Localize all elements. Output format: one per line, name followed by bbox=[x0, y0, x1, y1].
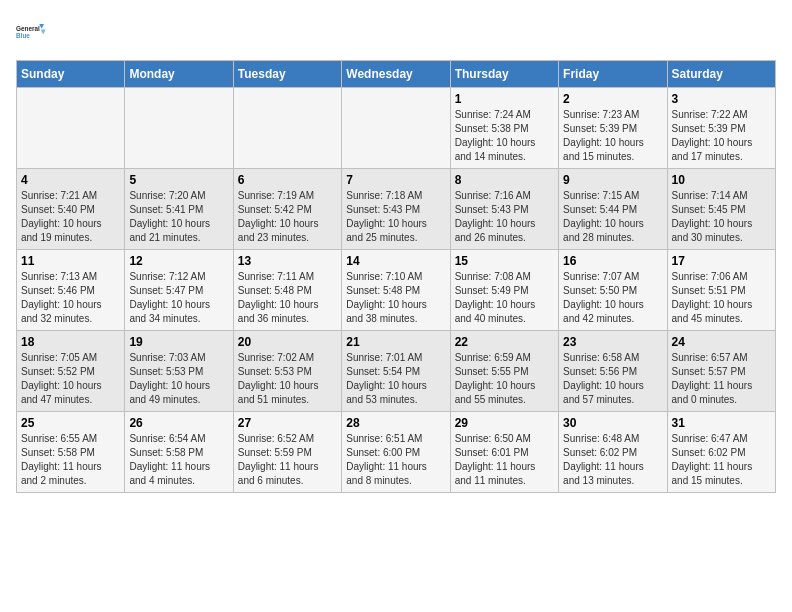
day-number: 31 bbox=[672, 416, 771, 430]
calendar-cell: 30Sunrise: 6:48 AM Sunset: 6:02 PM Dayli… bbox=[559, 412, 667, 493]
calendar-cell: 22Sunrise: 6:59 AM Sunset: 5:55 PM Dayli… bbox=[450, 331, 558, 412]
svg-marker-2 bbox=[39, 24, 44, 29]
day-info: Sunrise: 7:07 AM Sunset: 5:50 PM Dayligh… bbox=[563, 270, 662, 326]
calendar-cell: 8Sunrise: 7:16 AM Sunset: 5:43 PM Daylig… bbox=[450, 169, 558, 250]
day-info: Sunrise: 7:01 AM Sunset: 5:54 PM Dayligh… bbox=[346, 351, 445, 407]
day-info: Sunrise: 6:50 AM Sunset: 6:01 PM Dayligh… bbox=[455, 432, 554, 488]
calendar-cell: 7Sunrise: 7:18 AM Sunset: 5:43 PM Daylig… bbox=[342, 169, 450, 250]
day-info: Sunrise: 6:59 AM Sunset: 5:55 PM Dayligh… bbox=[455, 351, 554, 407]
day-number: 4 bbox=[21, 173, 120, 187]
calendar-header: SundayMondayTuesdayWednesdayThursdayFrid… bbox=[17, 61, 776, 88]
day-number: 11 bbox=[21, 254, 120, 268]
calendar-cell: 24Sunrise: 6:57 AM Sunset: 5:57 PM Dayli… bbox=[667, 331, 775, 412]
calendar-cell: 13Sunrise: 7:11 AM Sunset: 5:48 PM Dayli… bbox=[233, 250, 341, 331]
week-row-3: 11Sunrise: 7:13 AM Sunset: 5:46 PM Dayli… bbox=[17, 250, 776, 331]
day-number: 3 bbox=[672, 92, 771, 106]
calendar-cell: 21Sunrise: 7:01 AM Sunset: 5:54 PM Dayli… bbox=[342, 331, 450, 412]
day-number: 19 bbox=[129, 335, 228, 349]
calendar-cell: 26Sunrise: 6:54 AM Sunset: 5:58 PM Dayli… bbox=[125, 412, 233, 493]
svg-marker-3 bbox=[41, 30, 46, 35]
day-number: 20 bbox=[238, 335, 337, 349]
calendar-cell: 19Sunrise: 7:03 AM Sunset: 5:53 PM Dayli… bbox=[125, 331, 233, 412]
calendar-cell bbox=[233, 88, 341, 169]
day-number: 21 bbox=[346, 335, 445, 349]
header-day-saturday: Saturday bbox=[667, 61, 775, 88]
calendar-cell bbox=[17, 88, 125, 169]
day-info: Sunrise: 7:15 AM Sunset: 5:44 PM Dayligh… bbox=[563, 189, 662, 245]
calendar-cell: 2Sunrise: 7:23 AM Sunset: 5:39 PM Daylig… bbox=[559, 88, 667, 169]
day-number: 9 bbox=[563, 173, 662, 187]
day-number: 27 bbox=[238, 416, 337, 430]
header-day-friday: Friday bbox=[559, 61, 667, 88]
header-day-wednesday: Wednesday bbox=[342, 61, 450, 88]
day-info: Sunrise: 7:13 AM Sunset: 5:46 PM Dayligh… bbox=[21, 270, 120, 326]
day-number: 29 bbox=[455, 416, 554, 430]
header-day-monday: Monday bbox=[125, 61, 233, 88]
calendar-cell: 27Sunrise: 6:52 AM Sunset: 5:59 PM Dayli… bbox=[233, 412, 341, 493]
day-info: Sunrise: 7:08 AM Sunset: 5:49 PM Dayligh… bbox=[455, 270, 554, 326]
header-day-tuesday: Tuesday bbox=[233, 61, 341, 88]
day-number: 14 bbox=[346, 254, 445, 268]
day-info: Sunrise: 6:54 AM Sunset: 5:58 PM Dayligh… bbox=[129, 432, 228, 488]
day-info: Sunrise: 7:18 AM Sunset: 5:43 PM Dayligh… bbox=[346, 189, 445, 245]
calendar-cell: 20Sunrise: 7:02 AM Sunset: 5:53 PM Dayli… bbox=[233, 331, 341, 412]
day-number: 7 bbox=[346, 173, 445, 187]
day-number: 12 bbox=[129, 254, 228, 268]
day-info: Sunrise: 7:02 AM Sunset: 5:53 PM Dayligh… bbox=[238, 351, 337, 407]
day-info: Sunrise: 7:03 AM Sunset: 5:53 PM Dayligh… bbox=[129, 351, 228, 407]
day-info: Sunrise: 7:16 AM Sunset: 5:43 PM Dayligh… bbox=[455, 189, 554, 245]
day-info: Sunrise: 7:24 AM Sunset: 5:38 PM Dayligh… bbox=[455, 108, 554, 164]
day-number: 8 bbox=[455, 173, 554, 187]
week-row-2: 4Sunrise: 7:21 AM Sunset: 5:40 PM Daylig… bbox=[17, 169, 776, 250]
day-info: Sunrise: 7:06 AM Sunset: 5:51 PM Dayligh… bbox=[672, 270, 771, 326]
svg-text:Blue: Blue bbox=[16, 32, 30, 39]
day-number: 1 bbox=[455, 92, 554, 106]
calendar-table: SundayMondayTuesdayWednesdayThursdayFrid… bbox=[16, 60, 776, 493]
day-number: 23 bbox=[563, 335, 662, 349]
day-number: 18 bbox=[21, 335, 120, 349]
day-number: 24 bbox=[672, 335, 771, 349]
calendar-cell: 10Sunrise: 7:14 AM Sunset: 5:45 PM Dayli… bbox=[667, 169, 775, 250]
day-info: Sunrise: 7:19 AM Sunset: 5:42 PM Dayligh… bbox=[238, 189, 337, 245]
calendar-cell bbox=[342, 88, 450, 169]
calendar-cell: 4Sunrise: 7:21 AM Sunset: 5:40 PM Daylig… bbox=[17, 169, 125, 250]
day-number: 25 bbox=[21, 416, 120, 430]
day-number: 17 bbox=[672, 254, 771, 268]
calendar-cell: 15Sunrise: 7:08 AM Sunset: 5:49 PM Dayli… bbox=[450, 250, 558, 331]
logo-icon: GeneralBlue bbox=[16, 16, 48, 48]
day-info: Sunrise: 6:51 AM Sunset: 6:00 PM Dayligh… bbox=[346, 432, 445, 488]
day-info: Sunrise: 7:10 AM Sunset: 5:48 PM Dayligh… bbox=[346, 270, 445, 326]
day-number: 2 bbox=[563, 92, 662, 106]
calendar-cell: 31Sunrise: 6:47 AM Sunset: 6:02 PM Dayli… bbox=[667, 412, 775, 493]
day-info: Sunrise: 6:48 AM Sunset: 6:02 PM Dayligh… bbox=[563, 432, 662, 488]
calendar-cell: 1Sunrise: 7:24 AM Sunset: 5:38 PM Daylig… bbox=[450, 88, 558, 169]
header-day-thursday: Thursday bbox=[450, 61, 558, 88]
calendar-cell: 11Sunrise: 7:13 AM Sunset: 5:46 PM Dayli… bbox=[17, 250, 125, 331]
day-info: Sunrise: 7:22 AM Sunset: 5:39 PM Dayligh… bbox=[672, 108, 771, 164]
day-info: Sunrise: 6:58 AM Sunset: 5:56 PM Dayligh… bbox=[563, 351, 662, 407]
day-number: 16 bbox=[563, 254, 662, 268]
calendar-cell: 28Sunrise: 6:51 AM Sunset: 6:00 PM Dayli… bbox=[342, 412, 450, 493]
calendar-cell: 5Sunrise: 7:20 AM Sunset: 5:41 PM Daylig… bbox=[125, 169, 233, 250]
day-number: 26 bbox=[129, 416, 228, 430]
calendar-cell: 9Sunrise: 7:15 AM Sunset: 5:44 PM Daylig… bbox=[559, 169, 667, 250]
day-info: Sunrise: 7:14 AM Sunset: 5:45 PM Dayligh… bbox=[672, 189, 771, 245]
day-info: Sunrise: 6:47 AM Sunset: 6:02 PM Dayligh… bbox=[672, 432, 771, 488]
calendar-cell: 12Sunrise: 7:12 AM Sunset: 5:47 PM Dayli… bbox=[125, 250, 233, 331]
week-row-4: 18Sunrise: 7:05 AM Sunset: 5:52 PM Dayli… bbox=[17, 331, 776, 412]
day-info: Sunrise: 7:12 AM Sunset: 5:47 PM Dayligh… bbox=[129, 270, 228, 326]
calendar-cell: 14Sunrise: 7:10 AM Sunset: 5:48 PM Dayli… bbox=[342, 250, 450, 331]
calendar-cell: 3Sunrise: 7:22 AM Sunset: 5:39 PM Daylig… bbox=[667, 88, 775, 169]
calendar-cell: 17Sunrise: 7:06 AM Sunset: 5:51 PM Dayli… bbox=[667, 250, 775, 331]
day-number: 13 bbox=[238, 254, 337, 268]
day-number: 5 bbox=[129, 173, 228, 187]
day-info: Sunrise: 6:57 AM Sunset: 5:57 PM Dayligh… bbox=[672, 351, 771, 407]
day-number: 15 bbox=[455, 254, 554, 268]
day-number: 22 bbox=[455, 335, 554, 349]
day-number: 30 bbox=[563, 416, 662, 430]
calendar-cell: 25Sunrise: 6:55 AM Sunset: 5:58 PM Dayli… bbox=[17, 412, 125, 493]
calendar-cell: 29Sunrise: 6:50 AM Sunset: 6:01 PM Dayli… bbox=[450, 412, 558, 493]
calendar-body: 1Sunrise: 7:24 AM Sunset: 5:38 PM Daylig… bbox=[17, 88, 776, 493]
day-info: Sunrise: 7:23 AM Sunset: 5:39 PM Dayligh… bbox=[563, 108, 662, 164]
calendar-cell: 16Sunrise: 7:07 AM Sunset: 5:50 PM Dayli… bbox=[559, 250, 667, 331]
